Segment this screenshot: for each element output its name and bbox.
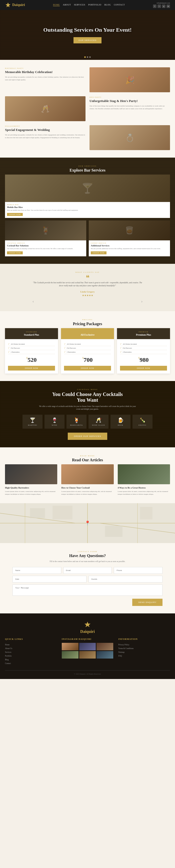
cocktail-wine[interactable]: 🍷 Wine: [45, 415, 65, 429]
hero-button[interactable]: Our Services: [74, 37, 101, 43]
cocktail-martini[interactable]: 🍸 Martini: [23, 415, 43, 429]
event-engagement-text: We are providing top quality cocktails f…: [5, 134, 85, 139]
footer-quick-links: Quick Links Home About Us Services Portf…: [5, 638, 57, 665]
submit-button[interactable]: Send Enquiry: [132, 599, 162, 606]
pkg-title-0: Standard Plus: [8, 333, 55, 336]
cocktail-wineglass[interactable]: 🥂 Wine Glass: [89, 415, 108, 429]
phone-input[interactable]: [114, 567, 162, 574]
article-2: 4 Ways to Be a Great Hostess Lorem ipsum…: [118, 464, 170, 496]
pkg-feature-1-2: 3 Bartenders: [64, 350, 111, 354]
birthday-img: 🎉: [90, 67, 170, 92]
insta-thumb-4[interactable]: [62, 651, 78, 658]
price-btn-2[interactable]: Order Now: [120, 366, 167, 371]
hero-dot-1[interactable]: [84, 56, 86, 58]
instagram-grid: [62, 643, 114, 658]
cocktails-label: Cocktail Menu: [5, 389, 170, 391]
articles-title: Read Our Articles: [5, 458, 170, 462]
pkg-feature-2-1: Full Barware: [120, 346, 167, 350]
footer-link-about[interactable]: About Us: [5, 647, 57, 650]
footer-link-sitemap[interactable]: Sitemap: [118, 650, 170, 654]
insta-thumb-6[interactable]: [97, 651, 113, 658]
footer-quick-links-title: Quick Links: [5, 638, 57, 640]
footer-link-portfolio[interactable]: Portfolio: [5, 654, 57, 658]
cocktail-margarita[interactable]: 🍹 Margarita: [67, 415, 86, 429]
date-input[interactable]: [12, 576, 86, 583]
nav-portfolio[interactable]: Portfolio: [88, 4, 101, 6]
cocktail-beer[interactable]: 🍺 Beer: [110, 415, 130, 429]
svg-marker-12: [84, 622, 91, 627]
service-title-0: Mobile Bar Hire: [7, 206, 168, 209]
hero-dots: [84, 56, 91, 58]
pkg-title-1: All Exclusive: [64, 333, 111, 336]
birthday-image: 🎉: [90, 67, 170, 92]
footer-divider: [5, 670, 170, 671]
event-birthday: Birthday Party Memorable Birthday Celebr…: [5, 67, 85, 92]
footer-link-home[interactable]: Home: [5, 643, 57, 647]
svg-rect-11: [140, 507, 152, 519]
service-text-1: Our team provides an amazing cocktail ba…: [7, 247, 84, 250]
beer-icon: 🍺: [118, 417, 124, 423]
price-card-exclusive-header: All Inclusive All Exclusive: [61, 328, 114, 339]
event-birthday-title: Memorable Birthday Celebration!: [5, 70, 85, 74]
name-input[interactable]: [12, 567, 61, 574]
price-btn-0[interactable]: Order Now: [8, 366, 55, 371]
service-btn-2[interactable]: Order Now: [91, 251, 106, 254]
nav-services[interactable]: Services: [74, 4, 85, 6]
insta-thumb-5[interactable]: [79, 651, 96, 658]
service-label-1: Cocktail Service: [7, 242, 84, 244]
service-title-1: Cocktail Bar Solutions: [7, 244, 84, 247]
service-label-2: Expert Service: [91, 242, 168, 244]
footer: Daiquiri Quick Links Home About Us Servi…: [0, 613, 175, 679]
price-btn-1[interactable]: Order Now: [64, 366, 111, 371]
testimonials-section: What Clients Say ❝ "The Cocktails provid…: [0, 264, 175, 311]
article-1: How to Choose Your Cocktail Lorem ipsum …: [61, 464, 114, 496]
svg-marker-0: [5, 2, 10, 7]
article-2-img: [118, 464, 170, 484]
hero-dot-3[interactable]: [89, 56, 91, 58]
wedding-img: 💍: [90, 125, 170, 150]
guests-input[interactable]: [89, 576, 162, 583]
insta-thumb-2[interactable]: [79, 643, 96, 650]
linkedin-icon[interactable]: in: [167, 4, 170, 8]
pricing-grid: Standard Standard Plus All Drinks Includ…: [5, 328, 170, 374]
footer-link-terms[interactable]: Terms & Conditions: [118, 647, 170, 650]
insta-thumb-3[interactable]: [97, 643, 113, 650]
contact-sub: Fill in the contact form below and one o…: [38, 560, 138, 563]
footer-link-faq[interactable]: FAQ: [118, 654, 170, 658]
testimonials-label: What Clients Say: [5, 271, 170, 273]
nav-blog[interactable]: Blog: [104, 4, 111, 6]
twitter-icon[interactable]: t: [157, 4, 161, 8]
footer-link-services[interactable]: Services: [5, 650, 57, 654]
nav-home[interactable]: Home: [53, 4, 60, 6]
contact-form: Send Enquiry: [12, 567, 162, 606]
map-marker-icon: 📍: [85, 520, 90, 526]
pkg-label-1: All Inclusive: [64, 331, 111, 333]
footer-link-blog[interactable]: Blog: [5, 658, 57, 661]
nav-contact[interactable]: Contact: [114, 4, 125, 6]
email-input[interactable]: [63, 567, 112, 574]
service-btn-0[interactable]: Order Now: [7, 213, 23, 216]
logo[interactable]: Daiquiri: [5, 2, 25, 8]
exotic-icon: 🍾: [140, 417, 146, 423]
cocktails-order-button[interactable]: Order Our Services: [68, 433, 107, 440]
footer-link-contact[interactable]: Contact: [5, 661, 57, 665]
pricing-section: Pricing Pricing Packages Standard Standa…: [0, 311, 175, 381]
article-2-text: Lorem ipsum dolor sit amet, consectetur …: [118, 490, 170, 496]
message-input[interactable]: [12, 585, 162, 596]
service-btn-1[interactable]: Order Now: [7, 251, 23, 254]
hero-dot-2[interactable]: [87, 56, 88, 58]
insta-thumb-1[interactable]: [62, 643, 78, 650]
footer-logo-icon: [84, 621, 91, 628]
footer-link-privacy[interactable]: Privacy Policy: [118, 643, 170, 647]
footer-information: Information Privacy Policy Terms & Condi…: [118, 638, 170, 665]
footer-instagram-title: Instagram Daiquiri: [62, 638, 114, 640]
cocktail-exotic[interactable]: 🍾 Exotic: [132, 415, 152, 429]
article-2-title: 4 Ways to Be a Great Hostess: [118, 486, 170, 490]
testimonial-prev[interactable]: ‹: [32, 299, 34, 304]
testimonial-next[interactable]: ›: [141, 299, 143, 304]
google-icon[interactable]: g: [162, 4, 166, 8]
article-0-img: [5, 464, 57, 484]
facebook-icon[interactable]: f: [153, 4, 156, 8]
service-card-2-body: Expert Service Additional Services We al…: [89, 240, 170, 256]
nav-about[interactable]: About: [63, 4, 71, 6]
